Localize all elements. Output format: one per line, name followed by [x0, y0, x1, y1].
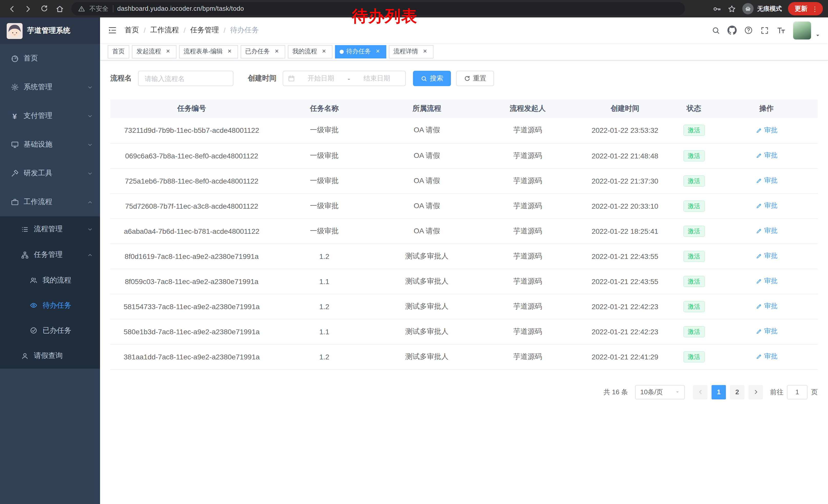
- chrome-update-button[interactable]: 更新 ⋮: [788, 2, 823, 15]
- incognito-icon: [742, 3, 754, 14]
- sidebar-collapse-icon[interactable]: [108, 26, 117, 35]
- tags-view-tab[interactable]: 待办任务×: [335, 45, 386, 58]
- search-button[interactable]: 搜索: [413, 71, 451, 86]
- breadcrumb-item-workflow[interactable]: 工作流程: [150, 26, 179, 35]
- end-date-placeholder[interactable]: 结束日期: [353, 74, 401, 83]
- next-page-button[interactable]: [748, 385, 763, 399]
- prev-page-button[interactable]: [693, 385, 707, 399]
- user-avatar[interactable]: [793, 21, 811, 39]
- task-id-cell: 58154733-7ac8-11ec-a9e2-a2380e71991a: [110, 294, 273, 319]
- browser-menu-icon[interactable]: ⋮: [812, 5, 818, 12]
- password-key-icon[interactable]: [713, 4, 721, 13]
- table-row: 381aa1dd-7ac8-11ec-a9e2-a2380e71991a1.2测…: [110, 344, 818, 369]
- url-text[interactable]: dashboard.yudao.iocoder.cn/bpm/task/todo: [117, 5, 244, 12]
- tab-close-icon[interactable]: ×: [226, 48, 234, 55]
- sidebar-item-label: 流程管理: [34, 225, 63, 234]
- sidebar-item-workflow[interactable]: 工作流程: [0, 188, 100, 216]
- breadcrumb-item-task-management[interactable]: 任务管理: [190, 26, 219, 35]
- github-icon[interactable]: [728, 26, 737, 35]
- approve-link[interactable]: 审批: [755, 126, 778, 135]
- tags-view-tab[interactable]: 发起流程×: [132, 45, 176, 58]
- tags-view-tab[interactable]: 流程表单-编辑×: [179, 45, 238, 58]
- create-time-cell: 2022-01-21 22:41:29: [577, 344, 672, 369]
- tab-close-icon[interactable]: ×: [320, 48, 328, 55]
- tab-label: 发起流程: [136, 47, 161, 56]
- browser-back-icon[interactable]: [5, 2, 19, 16]
- sidebar-item-label: 待办任务: [43, 301, 71, 310]
- tab-close-icon[interactable]: ×: [421, 48, 429, 55]
- bookmark-star-icon[interactable]: [728, 4, 736, 13]
- process-name-cell: 测试多审批人: [376, 294, 478, 319]
- page-number-button[interactable]: 1: [711, 385, 726, 399]
- avatar-caret-down-icon[interactable]: [815, 33, 820, 39]
- goto-label: 前往: [770, 387, 783, 397]
- approve-link[interactable]: 审批: [755, 251, 778, 261]
- sidebar-item-process-management[interactable]: 流程管理: [0, 216, 100, 242]
- approve-link-label: 审批: [764, 176, 778, 185]
- tags-view-tab[interactable]: 首页: [108, 45, 129, 58]
- security-label[interactable]: 不安全: [89, 4, 109, 13]
- sidebar-item-todo-tasks[interactable]: 待办任务: [0, 293, 100, 318]
- chevron-down-icon: [87, 171, 93, 176]
- app-logo-row[interactable]: 芋道管理系统: [0, 17, 100, 44]
- process-name-input[interactable]: [138, 71, 234, 86]
- edit-pencil-icon: [755, 202, 762, 209]
- start-date-placeholder[interactable]: 开始日期: [297, 74, 345, 83]
- approve-link[interactable]: 审批: [755, 176, 778, 185]
- page-size-select[interactable]: 10条/页: [635, 385, 685, 399]
- goto-page-input[interactable]: [787, 385, 808, 399]
- yen-icon: ¥: [10, 111, 19, 120]
- edit-pencil-icon: [755, 353, 762, 360]
- sidebar-item-dev-tools[interactable]: 研发工具: [0, 159, 100, 188]
- application-root: 不安全 dashboard.yudao.iocoder.cn/bpm/task/…: [0, 0, 828, 504]
- tags-view-tab[interactable]: 我的流程×: [288, 45, 332, 58]
- fullscreen-icon[interactable]: [760, 26, 769, 35]
- sidebar-item-home[interactable]: 首页: [0, 44, 100, 73]
- font-size-icon[interactable]: [776, 26, 786, 35]
- sidebar-item-task-management[interactable]: 任务管理: [0, 242, 100, 268]
- task-name-cell: 一级审批: [273, 218, 376, 243]
- approve-link[interactable]: 审批: [755, 277, 778, 286]
- action-cell: 审批: [715, 143, 818, 168]
- annotation-overlay-text: 待办列表: [352, 6, 418, 27]
- tags-view-tab[interactable]: 已办任务×: [241, 45, 285, 58]
- task-name-cell: 1.2: [273, 294, 376, 319]
- process-name-cell: 测试多审批人: [376, 269, 478, 294]
- edit-pencil-icon: [755, 177, 762, 184]
- reset-button[interactable]: 重置: [456, 71, 494, 86]
- sidebar-item-infrastructure[interactable]: 基础设施: [0, 130, 100, 159]
- search-icon[interactable]: [711, 26, 720, 35]
- pagination-total: 共 16 条: [604, 387, 628, 397]
- help-icon[interactable]: [744, 26, 753, 35]
- create-time-range-picker[interactable]: 开始日期 - 结束日期: [283, 71, 406, 86]
- browser-home-icon[interactable]: [53, 2, 67, 16]
- approve-link[interactable]: 审批: [755, 352, 778, 361]
- edit-pencil-icon: [755, 127, 762, 134]
- task-id-cell: 069c6a63-7b8a-11ec-8ef0-acde48001122: [110, 143, 273, 168]
- tags-view-tab[interactable]: 流程详情×: [389, 45, 433, 58]
- approve-link[interactable]: 审批: [755, 327, 778, 336]
- sidebar-item-label: 请假查询: [34, 351, 63, 360]
- sidebar-item-done-tasks[interactable]: 已办任务: [0, 318, 100, 343]
- sidebar-item-payment[interactable]: ¥ 支付管理: [0, 101, 100, 130]
- tab-close-icon[interactable]: ×: [164, 48, 172, 55]
- table-row: 725a1eb6-7b88-11ec-8ef0-acde48001122一级审批…: [110, 168, 818, 193]
- browser-forward-icon[interactable]: [21, 2, 35, 16]
- sidebar-item-leave-query[interactable]: 请假查询: [0, 343, 100, 369]
- tab-close-icon[interactable]: ×: [374, 48, 382, 55]
- filter-bar: 流程名 创建时间 开始日期 - 结束日期 搜索: [110, 71, 818, 86]
- sidebar-item-my-processes[interactable]: 我的流程: [0, 268, 100, 293]
- breadcrumb-item-home[interactable]: 首页: [125, 26, 139, 35]
- task-name-cell: 1.2: [273, 344, 376, 369]
- page-number-button[interactable]: 2: [730, 385, 744, 399]
- approve-link[interactable]: 审批: [755, 151, 778, 160]
- tab-label: 流程详情: [394, 47, 418, 56]
- security-warning-icon[interactable]: [78, 5, 85, 12]
- date-range-separator: -: [347, 75, 351, 82]
- approve-link[interactable]: 审批: [755, 201, 778, 211]
- approve-link[interactable]: 审批: [755, 302, 778, 311]
- sidebar-item-system[interactable]: 系统管理: [0, 73, 100, 101]
- tab-close-icon[interactable]: ×: [273, 48, 281, 55]
- approve-link[interactable]: 审批: [755, 226, 778, 236]
- browser-reload-icon[interactable]: [37, 2, 51, 16]
